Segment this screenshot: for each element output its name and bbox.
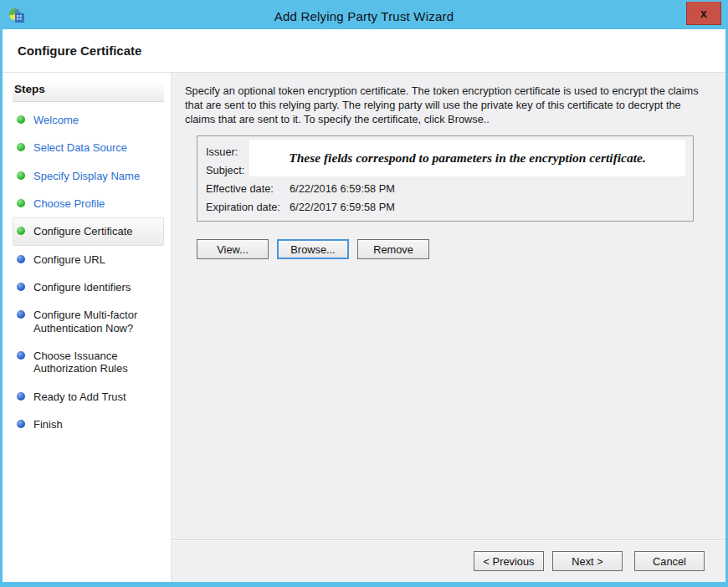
step-status-icon xyxy=(17,283,25,291)
cert-field-effective-date: Effective date: 6/22/2016 6:59:58 PM xyxy=(206,179,684,197)
wizard-body: Steps Welcome Select Data Source Specify… xyxy=(3,73,725,582)
step-status-icon xyxy=(17,143,25,151)
step-status-icon xyxy=(17,171,25,180)
window-title: Add Relying Party Trust Wizard xyxy=(3,9,725,23)
sidebar-item-choose-profile[interactable]: Choose Profile xyxy=(13,190,164,217)
sidebar-item-finish: Finish xyxy=(13,411,164,438)
titlebar: Add Relying Party Trust Wizard x xyxy=(3,3,725,29)
main-content: Specify an optional token encryption cer… xyxy=(172,73,725,539)
sidebar-item-specify-display-name[interactable]: Specify Display Name xyxy=(13,162,164,190)
instructions-text: Specify an optional token encryption cer… xyxy=(185,84,704,126)
annotation-overlay: These fields correspond to parameters in… xyxy=(249,140,685,176)
sidebar-item-select-data-source[interactable]: Select Data Source xyxy=(13,134,164,161)
page-header: Configure Certificate xyxy=(3,29,725,73)
certificate-details-box: Issuer: Subject: Effective date: 6/22/20… xyxy=(197,135,694,222)
close-button[interactable]: x xyxy=(686,2,721,25)
step-status-icon xyxy=(17,420,25,428)
browse-button[interactable]: Browse... xyxy=(277,239,349,259)
step-status-icon xyxy=(17,310,25,319)
sidebar-item-welcome[interactable]: Welcome xyxy=(13,106,164,134)
step-status-icon xyxy=(17,351,25,360)
main-column: Specify an optional token encryption cer… xyxy=(172,73,725,582)
steps-sidebar: Steps Welcome Select Data Source Specify… xyxy=(3,73,172,582)
sidebar-item-configure-url: Configure URL xyxy=(13,246,164,273)
cancel-button[interactable]: Cancel xyxy=(634,551,705,571)
steps-list: Welcome Select Data Source Specify Displ… xyxy=(13,106,164,438)
sidebar-item-configure-identifiers: Configure Identifiers xyxy=(13,273,164,301)
page-title: Configure Certificate xyxy=(18,43,141,58)
remove-button[interactable]: Remove xyxy=(357,239,429,259)
step-status-icon xyxy=(17,199,25,207)
wizard-window: Add Relying Party Trust Wizard x Configu… xyxy=(0,0,728,587)
view-button[interactable]: View... xyxy=(197,239,269,259)
sidebar-item-configure-mfa: Configure Multi-factor Authentication No… xyxy=(13,301,164,342)
step-status-icon xyxy=(17,115,25,124)
sidebar-item-configure-certificate[interactable]: Configure Certificate xyxy=(13,217,164,245)
wizard-footer: < Previous Next > Cancel xyxy=(172,539,725,582)
cert-field-expiration-date: Expiration date: 6/22/2017 6:59:58 PM xyxy=(206,197,684,216)
sidebar-item-choose-issuance-rules: Choose Issuance Authorization Rules xyxy=(13,342,164,383)
steps-heading: Steps xyxy=(13,79,164,102)
previous-button[interactable]: < Previous xyxy=(474,551,544,571)
certificate-actions: View... Browse... Remove xyxy=(197,239,707,259)
step-status-icon xyxy=(17,227,25,235)
next-button[interactable]: Next > xyxy=(552,551,623,571)
step-status-icon xyxy=(17,392,25,401)
sidebar-item-ready-to-add-trust: Ready to Add Trust xyxy=(13,383,164,411)
step-status-icon xyxy=(17,255,25,263)
